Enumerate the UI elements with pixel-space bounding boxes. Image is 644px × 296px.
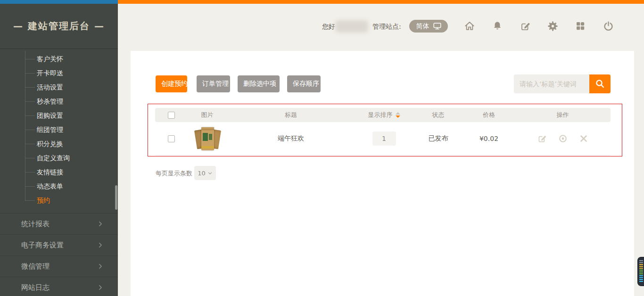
topbar-orange-segment [118,0,644,4]
order-management-button[interactable]: 订单管理 [197,75,230,92]
row-checkbox[interactable] [168,135,175,142]
sidebar-item-custom-query[interactable]: 自定义查询 [0,151,118,165]
delete-icon[interactable] [578,133,589,144]
sidebar-item-label: 动态表单 [37,182,63,190]
column-header-title: 标题 [227,111,355,119]
column-header-price: 价格 [463,111,515,119]
create-booking-button[interactable]: 创建预约 [156,75,187,92]
sidebar-scrollbar-thumb[interactable] [115,185,117,210]
site-language-badge[interactable]: 简体 [409,20,448,33]
sidebar-item-team-management[interactable]: 组团管理 [0,123,118,137]
chevron-down-icon [207,171,213,176]
sort-order-input[interactable] [372,132,396,146]
search-input[interactable] [514,74,589,93]
topbar-blue-segment [0,0,118,4]
sidebar-item-label: 自定义查询 [37,154,70,162]
sidebar-item-points-exchange[interactable]: 积分兑换 [0,137,118,151]
section-label: 电子商务设置 [21,241,64,250]
sidebar-item-label: 积分兑换 [37,140,63,148]
app-logo: — 建站管理后台 — [0,4,118,49]
sidebar-item-booking-active[interactable]: 预约 [0,193,118,207]
column-header-status: 状态 [413,111,463,119]
capture-widget-cyan-bars [639,275,643,283]
edit-icon[interactable] [537,133,547,144]
sidebar-item-label: 客户关怀 [37,55,63,63]
select-all-checkbox[interactable] [168,112,175,119]
gift-bag-center [201,127,214,150]
section-label: 微信管理 [21,262,50,271]
sidebar-item-label: 开卡即送 [37,69,63,77]
column-header-sort: 显示排序 [368,111,393,119]
sidebar-section-wechat[interactable]: 微信管理 [0,255,118,277]
monitor-icon [433,23,441,30]
delete-selected-button[interactable]: 删除选中项 [238,75,280,92]
highlighted-table-region: 图片 标题 显示排序 状态 价格 操作 [148,104,622,156]
chevron-right-icon [97,263,104,270]
admin-backend-screen: — 建站管理后台 — 客户关怀 开卡即送 活动设置 秒杀管理 团购设置 组团管理… [0,0,644,296]
sidebar-item-flash-sale[interactable]: 秒杀管理 [0,94,118,108]
sort-arrows-icon[interactable] [396,112,400,118]
column-header-image: 图片 [187,111,227,119]
row-price: ¥0.02 [463,135,515,142]
sidebar-item-label: 预约 [37,197,50,204]
sidebar-item-activity-settings[interactable]: 活动设置 [0,80,118,94]
sidebar: — 建站管理后台 — 客户关怀 开卡即送 活动设置 秒杀管理 团购设置 组团管理… [0,4,118,296]
sidebar-item-dynamic-forms[interactable]: 动态表单 [0,179,118,193]
table-header: 图片 标题 显示排序 状态 价格 操作 [155,108,611,122]
gear-icon[interactable] [546,20,559,32]
chevron-right-icon [97,221,104,227]
sidebar-item-label: 团购设置 [37,112,63,119]
search-button[interactable] [589,74,611,93]
sidebar-section-statistics[interactable]: 统计报表 [0,213,118,234]
page-size-dropdown[interactable]: 10 [194,166,216,180]
capture-widget-yellow-bars [639,264,643,270]
redacted-username [335,20,368,33]
sidebar-item-label: 活动设置 [37,83,63,91]
search-icon [594,78,606,90]
sidebar-section-ecommerce[interactable]: 电子商务设置 [0,234,118,255]
power-icon[interactable] [602,20,614,32]
sidebar-item-label: 组团管理 [37,126,63,133]
eye-icon[interactable] [558,133,568,144]
sidebar-item-friend-links[interactable]: 友情链接 [0,165,118,179]
greeting-text: 您好 [322,23,335,31]
sidebar-submenu: 客户关怀 开卡即送 活动设置 秒杀管理 团购设置 组团管理 积分兑换 自定义查询… [0,52,118,207]
row-title: 端午狂欢 [227,134,355,143]
main-content-panel: 创建预约 订单管理 删除选中项 保存顺序 图片 标题 显示排序 状态 价格 操作 [131,51,634,296]
section-label: 统计报表 [21,220,50,229]
capture-widget-green-bars [639,270,643,275]
chevron-right-icon [97,284,104,291]
sidebar-item-group-buy[interactable]: 团购设置 [0,108,118,123]
site-label: 管理站点: [372,23,401,31]
table-row: 端午狂欢 已发布 ¥0.02 [155,122,611,156]
site-badge-label: 简体 [416,22,429,31]
sidebar-item-label: 友情链接 [37,168,63,176]
column-header-actions: 操作 [515,111,611,119]
sidebar-item-card-gift[interactable]: 开卡即送 [0,66,118,80]
apps-grid-icon[interactable] [574,20,586,32]
row-status: 已发布 [413,134,463,143]
sidebar-section-site-logs[interactable]: 网站日志 [0,277,118,296]
section-label: 网站日志 [21,283,50,292]
page-size-value: 10 [198,170,206,177]
home-icon[interactable] [463,20,476,32]
product-image [194,125,221,152]
chevron-right-icon [97,242,104,248]
sidebar-sections: 统计报表 电子商务设置 微信管理 网站日志 [0,213,118,296]
compose-icon[interactable] [519,20,531,32]
page-size-label: 每页显示条数 [156,169,192,178]
save-order-button[interactable]: 保存顺序 [287,75,321,92]
capture-widget-gray-bars [639,260,643,264]
sidebar-item-label: 秒杀管理 [37,98,63,105]
bell-icon[interactable] [491,20,504,32]
capture-widget[interactable] [637,257,644,286]
sidebar-item-customer-care[interactable]: 客户关怀 [0,52,118,66]
